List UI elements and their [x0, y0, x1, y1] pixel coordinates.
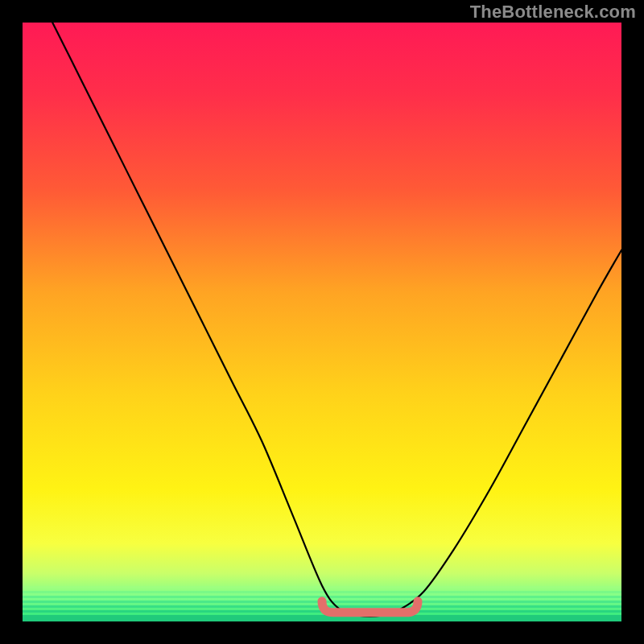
plot-area [23, 23, 621, 621]
chart-frame: TheBottleneck.com [0, 0, 644, 644]
watermark-text: TheBottleneck.com [470, 2, 636, 23]
bottleneck-curve [52, 23, 621, 617]
curve-layer [23, 23, 621, 621]
